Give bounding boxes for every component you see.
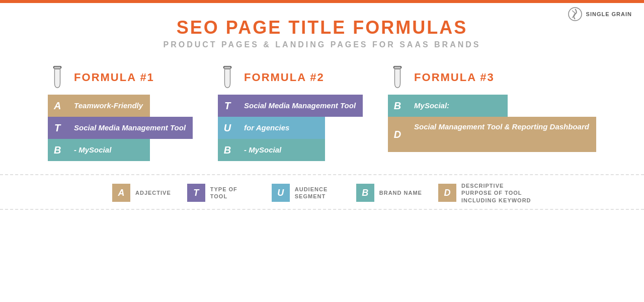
header-subtitle: PRODUCT PAGES & LANDING PAGES FOR SAAS B…: [0, 40, 644, 49]
test-tube-1-icon: [48, 65, 67, 90]
svg-rect-4: [224, 66, 231, 68]
formula-2-content-b: - MySocial: [237, 139, 325, 161]
legend-item-a: A ADJECTIVE: [112, 184, 171, 202]
formula-2-content-t: Social Media Management Tool: [237, 95, 363, 117]
legend-text-u: AUDIENCE SEGMENT: [295, 186, 340, 200]
test-tube-2-icon: [218, 65, 237, 90]
formula-1-content-b: - MySocial: [67, 139, 150, 161]
legend-box-u: U: [272, 184, 290, 202]
formula-3-label: FORMULA #3: [414, 71, 495, 84]
header-title-plain: SEO PAGE TITLE: [177, 17, 353, 38]
formula-1-row-t: T Social Media Management Tool: [48, 117, 193, 139]
legend-text-d: DESCRIPTIVE PURPOSE OF TOOL INCLUDING KE…: [461, 182, 532, 204]
formula-2-content-u: for Agencies: [237, 117, 325, 139]
formulas-row: FORMULA #1 A Teamwork-Friendly T Social …: [0, 65, 644, 161]
formula-1-block: FORMULA #1 A Teamwork-Friendly T Social …: [48, 65, 193, 161]
formula-1-letter-t: T: [48, 117, 67, 139]
formula-2-block: FORMULA #2 T Social Media Management Too…: [218, 65, 363, 161]
formula-3-letter-d: D: [388, 117, 407, 152]
logo-text: SINGLE GRAIN: [586, 11, 632, 17]
formula-2-letter-b: B: [218, 139, 237, 161]
formula-2-row-u: U for Agencies: [218, 117, 363, 139]
legend-area: A ADJECTIVE T TYPE OF TOOL U AUDIENCE SE…: [0, 174, 644, 210]
formula-1-letter-a: A: [48, 95, 67, 117]
logo-area: SINGLE GRAIN: [568, 7, 632, 21]
formula-2-header: FORMULA #2: [218, 65, 325, 90]
legend-text-b: BRAND NAME: [379, 189, 422, 196]
formula-2-letter-t: T: [218, 95, 237, 117]
single-grain-logo-icon: [568, 7, 582, 21]
formula-3-rows: B MySocial: D Social Management Tool & R…: [388, 95, 596, 152]
svg-rect-7: [394, 66, 401, 68]
formula-1-letter-b: B: [48, 139, 67, 161]
formula-3-row-b: B MySocial:: [388, 95, 596, 117]
legend-box-d: D: [438, 184, 456, 202]
legend-box-b: B: [356, 184, 374, 202]
formula-2-row-b: B - MySocial: [218, 139, 363, 161]
legend-item-b: B BRAND NAME: [356, 184, 422, 202]
header: SEO PAGE TITLE FORMULAS PRODUCT PAGES & …: [0, 3, 644, 54]
formula-1-content-a: Teamwork-Friendly: [67, 95, 150, 117]
legend-text-a: ADJECTIVE: [135, 189, 171, 196]
formula-3-content-b: MySocial:: [407, 95, 508, 117]
formula-3-letter-b: B: [388, 95, 407, 117]
header-title-accent: FORMULAS: [353, 17, 467, 38]
legend-item-t: T TYPE OF TOOL: [187, 184, 256, 202]
formula-2-letter-u: U: [218, 117, 237, 139]
formula-3-block: FORMULA #3 B MySocial: D Social Manageme…: [388, 65, 596, 161]
legend-box-a: A: [112, 184, 130, 202]
legend-box-t: T: [187, 184, 205, 202]
formula-1-header: FORMULA #1: [48, 65, 154, 90]
formula-1-row-b: B - MySocial: [48, 139, 193, 161]
formula-1-rows: A Teamwork-Friendly T Social Media Manag…: [48, 95, 193, 161]
formula-1-row-a: A Teamwork-Friendly: [48, 95, 193, 117]
test-tube-3-icon: [388, 65, 407, 90]
header-title: SEO PAGE TITLE FORMULAS: [0, 17, 644, 38]
legend-item-u: U AUDIENCE SEGMENT: [272, 184, 340, 202]
formula-2-rows: T Social Media Management Tool U for Age…: [218, 95, 363, 161]
legend-item-d: D DESCRIPTIVE PURPOSE OF TOOL INCLUDING …: [438, 182, 532, 204]
formula-2-label: FORMULA #2: [244, 71, 325, 84]
formula-3-row-d: D Social Management Tool & Reporting Das…: [388, 117, 596, 152]
formula-3-content-d: Social Management Tool & Reporting Dashb…: [407, 117, 596, 152]
formula-1-label: FORMULA #1: [74, 71, 154, 84]
legend-text-t: TYPE OF TOOL: [210, 186, 256, 200]
svg-rect-1: [54, 66, 61, 68]
formula-3-header: FORMULA #3: [388, 65, 495, 90]
formula-2-row-t: T Social Media Management Tool: [218, 95, 363, 117]
formula-1-content-t: Social Media Management Tool: [67, 117, 193, 139]
